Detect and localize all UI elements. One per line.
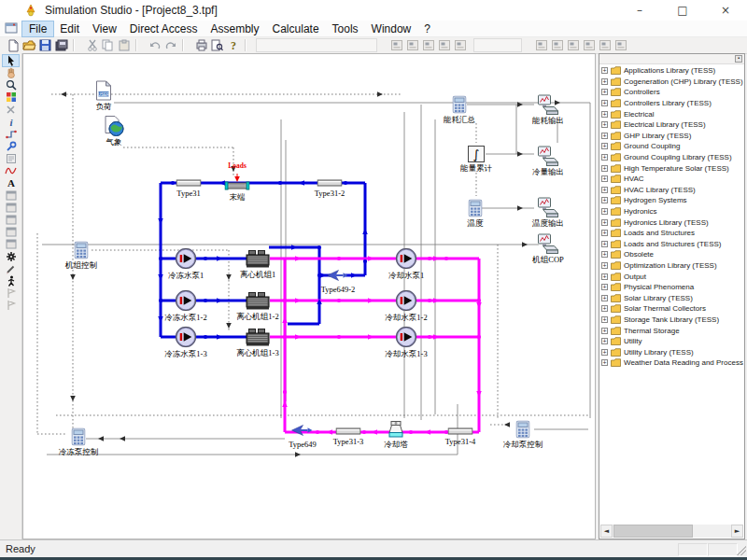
expand-plus-icon[interactable]: +: [601, 100, 608, 106]
toolbar-icon-fit-window[interactable]: [420, 38, 436, 52]
tree-item-hydronics[interactable]: +Hydronics: [601, 206, 743, 217]
tool-parameters-icon[interactable]: [3, 141, 19, 152]
tree-item-utility-library-tess[interactable]: +Utility Library (TESS): [601, 346, 743, 357]
tree-item-hvac[interactable]: +HVAC: [601, 174, 743, 185]
expand-plus-icon[interactable]: +: [601, 219, 608, 226]
tool-output-window-5-icon[interactable]: [3, 239, 19, 250]
toolbar-icon-close-window[interactable]: [613, 38, 628, 52]
scroll-right-icon[interactable]: ►: [731, 525, 743, 538]
expand-plus-icon[interactable]: +: [601, 349, 608, 356]
tree-item-loads-and-structures[interactable]: +Loads and Structures: [601, 228, 743, 239]
menu-calculate[interactable]: Calculate: [266, 21, 326, 36]
tool-output-window-2-icon[interactable]: [3, 202, 19, 213]
menu-tools[interactable]: Tools: [326, 21, 365, 36]
toolbar-icon-tile-vertical[interactable]: [565, 38, 581, 52]
toolbar-icon-fit-horizontal[interactable]: [388, 38, 404, 52]
menu-view[interactable]: View: [86, 21, 123, 36]
expand-plus-icon[interactable]: +: [601, 295, 608, 301]
expand-plus-icon[interactable]: +: [601, 338, 608, 344]
expand-plus-icon[interactable]: +: [601, 197, 608, 203]
expand-plus-icon[interactable]: +: [601, 328, 608, 334]
tool-plot-icon[interactable]: [3, 165, 19, 176]
resize-grip[interactable]: [737, 546, 746, 555]
scroll-left-icon[interactable]: ◄: [600, 525, 613, 538]
expand-plus-icon[interactable]: +: [601, 316, 608, 323]
expand-plus-icon[interactable]: +: [601, 273, 608, 280]
menu-assembly[interactable]: Assembly: [204, 21, 266, 36]
tree-item-storage-tank-library-tess[interactable]: +Storage Tank Library (TESS): [601, 315, 743, 326]
tool-zoom-icon[interactable]: [3, 79, 19, 91]
expand-plus-icon[interactable]: +: [601, 89, 608, 95]
menu-window[interactable]: Window: [365, 21, 418, 36]
expand-plus-icon[interactable]: +: [601, 133, 608, 139]
tree-item-electrical-library-tess[interactable]: +Electrical Library (TESS): [601, 119, 743, 131]
tree-item-solar-library-tess[interactable]: +Solar Library (TESS): [601, 292, 743, 303]
menu-edit[interactable]: Edit: [53, 21, 86, 36]
tree-item-electrical[interactable]: +Electrical: [601, 108, 743, 119]
tree-item-ground-coupling[interactable]: +Ground Coupling: [601, 141, 743, 152]
expand-plus-icon[interactable]: +: [601, 251, 608, 258]
expand-plus-icon[interactable]: +: [601, 241, 608, 247]
tree-item-cogeneration-chp-library-tess[interactable]: +Cogeneration (CHP) Library (TESS): [601, 77, 743, 88]
toolbar-icon-copy[interactable]: [100, 38, 116, 52]
tree-item-controllers-library-tess[interactable]: +Controllers Library (TESS): [601, 98, 743, 109]
expand-plus-icon[interactable]: +: [601, 187, 608, 193]
minimize-button[interactable]: –: [618, 0, 661, 21]
tool-output-window-1-icon[interactable]: [3, 189, 19, 201]
tree-item-utility[interactable]: +Utility: [601, 336, 743, 347]
tool-run-simulation-icon[interactable]: [3, 275, 19, 287]
tree-item-ghp-library-tess[interactable]: +GHP Library (TESS): [601, 131, 743, 142]
toolbar-icon-arrange-icons[interactable]: [581, 38, 597, 52]
expand-plus-icon[interactable]: +: [601, 165, 608, 172]
toolbar-icon-save[interactable]: [37, 38, 53, 52]
expand-plus-icon[interactable]: +: [601, 154, 608, 161]
tree-item-ground-coupling-library-tess[interactable]: +Ground Coupling Library (TESS): [601, 152, 743, 163]
tool-delete-icon[interactable]: [3, 104, 19, 115]
expand-plus-icon[interactable]: +: [601, 175, 608, 182]
library-hscrollbar[interactable]: ◄ ►: [600, 525, 743, 538]
scrollbar-thumb[interactable]: [613, 525, 693, 538]
menu-direct-access[interactable]: Direct Access: [123, 21, 204, 36]
toolbar-icon-undo[interactable]: [147, 38, 162, 52]
tree-item-applications-library-tess[interactable]: +Applications Library (TESS): [601, 65, 743, 77]
tree-item-hydronics-library-tess[interactable]: +Hydronics Library (TESS): [601, 217, 743, 228]
tool-run-flag-1-icon[interactable]: [3, 287, 19, 299]
expand-plus-icon[interactable]: +: [601, 230, 608, 236]
toolbar-icon-save-all[interactable]: [53, 38, 69, 52]
tool-direct-access-icon[interactable]: [3, 91, 19, 103]
toolbar-icon-redo[interactable]: [162, 38, 178, 52]
toolbar-icon-help[interactable]: ?: [225, 38, 241, 52]
expand-plus-icon[interactable]: +: [601, 111, 608, 118]
toolbar-icon-tile-horizontal[interactable]: [549, 38, 565, 52]
tool-select-cursor-icon[interactable]: [3, 55, 19, 66]
toolbar-icon-fit-all[interactable]: [452, 38, 468, 52]
expand-plus-icon[interactable]: +: [601, 67, 608, 74]
expand-plus-icon[interactable]: +: [601, 78, 608, 85]
tree-item-physical-phenomena[interactable]: +Physical Phenomena: [601, 282, 743, 293]
tree-item-high-temperature-solar-tess[interactable]: +High Temperature Solar (TESS): [601, 162, 743, 174]
tool-output-window-3-icon[interactable]: [3, 214, 19, 225]
expand-plus-icon[interactable]: +: [601, 262, 608, 269]
tree-item-controllers[interactable]: +Controllers: [601, 87, 743, 98]
toolbar-icon-cut[interactable]: [84, 38, 100, 52]
tool-settings-gear-icon[interactable]: [3, 251, 19, 262]
expand-plus-icon[interactable]: +: [601, 305, 608, 312]
toolbar-icon-new-window[interactable]: [597, 38, 613, 52]
tool-run-flag-2-icon[interactable]: [3, 300, 19, 311]
tree-item-solar-thermal-collectors[interactable]: +Solar Thermal Collectors: [601, 303, 743, 315]
maximize-button[interactable]: □: [661, 0, 704, 21]
tool-output-window-4-icon[interactable]: [3, 226, 19, 237]
toolbar-icon-new[interactable]: [6, 38, 21, 52]
tree-item-hydrogen-systems[interactable]: +Hydrogen Systems: [601, 195, 743, 206]
menu-?[interactable]: ?: [417, 21, 437, 36]
toolbar-icon-fit-selection[interactable]: [436, 38, 452, 52]
tree-item-loads-and-structures-tess[interactable]: +Loads and Structures (TESS): [601, 239, 743, 250]
tool-connections-icon[interactable]: [3, 129, 19, 140]
toolbar-icon-print-preview[interactable]: [209, 38, 225, 52]
tree-item-thermal-storage[interactable]: +Thermal Storage: [601, 325, 743, 336]
toolbar-icon-open[interactable]: [21, 38, 37, 52]
tool-info-icon[interactable]: i: [3, 117, 19, 128]
menu-file[interactable]: File: [22, 21, 53, 36]
expand-plus-icon[interactable]: +: [601, 284, 608, 290]
panel-close-icon[interactable]: ▪: [735, 55, 742, 63]
